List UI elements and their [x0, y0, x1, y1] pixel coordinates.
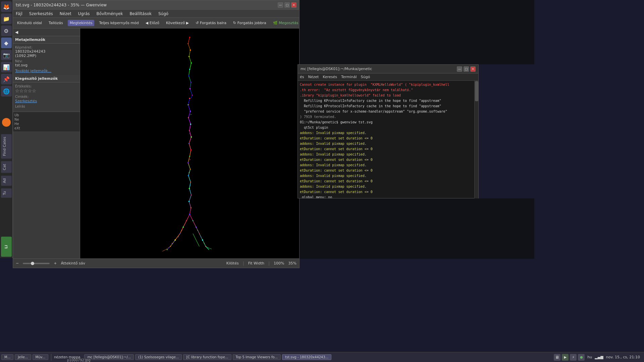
find-cates-panel[interactable]: Find Cates [1, 134, 12, 159]
terminal-scrollbar[interactable] [474, 81, 478, 199]
tray-icon-1[interactable]: 🖥 [554, 354, 560, 361]
toolbar-browse[interactable]: Tallózás [47, 20, 65, 26]
term-line-18: addons: Invalid pixmap specified. [300, 173, 476, 179]
terminal-window: mc [fellegis@DSK01]:~/Munka/genetic — □ … [298, 64, 479, 198]
toolbar-rotate-right[interactable]: ↻ Forgatás jobbra [231, 20, 268, 26]
dock-icon-firefox[interactable]: 🦊 [1, 1, 12, 12]
menu-sugo[interactable]: Súgó [157, 11, 170, 17]
svg-point-8 [190, 88, 191, 89]
terminal-minimize[interactable]: — [457, 66, 462, 72]
svg-point-22 [188, 175, 189, 176]
svg-point-14 [190, 123, 191, 125]
term-line-15: etDuration: cannot set duration <= 0 [300, 157, 476, 163]
ad-panel[interactable]: Ad [1, 176, 12, 186]
close-button[interactable]: ✕ [291, 2, 297, 8]
taskbar-btn-mc[interactable]: mc [fellegis@DSK01]:~/... [84, 354, 134, 360]
svg-point-3 [189, 56, 190, 57]
description-label: Leírás [15, 105, 78, 108]
term-menu-kereses[interactable]: Keresés [323, 75, 337, 79]
svg-point-44 [189, 172, 190, 173]
terminal-scrollbar-thumb[interactable] [475, 81, 478, 101]
fit-page-btn[interactable]: Kilötés [226, 261, 239, 265]
tray-icon-2[interactable]: ▶ [562, 354, 569, 361]
taskbar-btn-top5[interactable]: Top 5 Image Viewers fo... [233, 354, 281, 360]
svg-point-9 [192, 95, 193, 96]
taskbar-btn-clib[interactable]: [C library function fope... [183, 354, 231, 360]
dock-icon-pin[interactable]: 📌 [1, 74, 12, 84]
minimize-button[interactable]: — [278, 2, 283, 8]
svg-point-31 [179, 233, 180, 234]
green-panel[interactable]: Li [1, 237, 12, 257]
dock-icon-network[interactable]: 🌐 [1, 86, 12, 97]
terminal-titlebar: mc [fellegis@DSK01]:~/Munka/genetic — □ … [298, 65, 478, 73]
svg-point-13 [188, 117, 189, 118]
gwenview-menubar: Fájl Szerkesztés Nézet Ugrás Bővítmények… [13, 10, 299, 18]
term-menu-es[interactable]: és [300, 75, 304, 79]
taskbar-btn-jelle[interactable]: Jelle... [15, 354, 31, 360]
dock-icon-blue[interactable]: ◆ [1, 38, 12, 48]
term-menu-terminal[interactable]: Terminál [341, 75, 357, 79]
taskbar-btn-muv[interactable]: Müv... [33, 354, 49, 360]
green-panel-label: Li [4, 245, 8, 249]
maximize-button[interactable]: □ [284, 2, 290, 8]
terminal-controls: — □ ✕ [457, 66, 476, 72]
svg-point-49 [198, 230, 198, 231]
zoom-slider[interactable] [23, 263, 50, 264]
desktop-top-right [300, 0, 534, 64]
gwenview-toolbar: Kiinduló oldal Tallózás Megtekintés Telj… [13, 18, 299, 28]
taskbar-btn-szels[interactable]: (1) Szelsoseges vilage... [135, 354, 182, 360]
fit-width-btn[interactable]: Fit Width [248, 261, 264, 265]
tray-lang: hu [587, 355, 592, 359]
rating-stars[interactable]: ☆☆☆☆☆ [15, 88, 78, 94]
thumbnail-labels: Ub Ne He eXt [14, 113, 78, 130]
tags-row: Cimkék: Szerkesztés [15, 95, 78, 103]
term-menu-nezet[interactable]: Nézet [308, 75, 319, 79]
menu-nezet[interactable]: Nézet [58, 11, 73, 17]
cat-panel[interactable]: Cat [1, 161, 12, 173]
taskbar-btn-tst[interactable]: tst.svg - 180320x44243... [282, 354, 331, 360]
toolbar-fullscreen[interactable]: Teljes képernyős mód [97, 20, 141, 26]
more-properties-link[interactable]: További jellemzők... [15, 69, 78, 73]
genetic-svg-image [80, 28, 299, 258]
gwenview-statusbar: − + Áttekintő sáv Kilötés | Fit Width | … [13, 258, 299, 268]
dock-icon-camera[interactable]: 📷 [1, 50, 12, 60]
orange-dot-icon[interactable] [2, 118, 11, 127]
menu-fajl[interactable]: Fájl [14, 11, 24, 17]
tags-edit-link[interactable]: Szerkesztés [15, 99, 37, 103]
menu-bovitmenyek[interactable]: Bővítmények [95, 11, 124, 17]
toolbar-home[interactable]: Kiinduló oldal [15, 20, 44, 26]
terminal-content: Cannot create instance for plugin "KXMLH… [298, 81, 478, 198]
meta-panel-header[interactable]: Metajellemzők [13, 36, 80, 44]
sidebar-back-button[interactable]: ◀ [13, 28, 80, 36]
svg-point-20 [187, 162, 189, 164]
tu-panel[interactable]: Tu [1, 188, 12, 198]
terminal-close[interactable]: ✕ [470, 66, 476, 72]
zoom-level-display: 35% [288, 261, 297, 265]
menu-szerkesztes[interactable]: Szerkesztés [28, 11, 54, 17]
image-size-value: 180320x244243(1092.2MP) [15, 49, 78, 58]
zoom-100-btn[interactable]: 100% [274, 261, 284, 265]
dock-icon-chart[interactable]: 📊 [1, 62, 12, 72]
gwenview-title: tst.svg - 180320x244243 - 35% — Gwenview [16, 3, 107, 7]
tray-icon-4[interactable]: ● [578, 354, 585, 361]
toolbar-prev[interactable]: ◀ Előző [144, 20, 161, 26]
taskbar-btn-m[interactable]: M... [1, 354, 13, 360]
term-menu-sugo[interactable]: Súgó [361, 75, 370, 79]
zoom-in-btn[interactable]: + [54, 261, 57, 265]
tray-icon-3[interactable]: ⚡ [570, 354, 577, 361]
menu-ugras[interactable]: Ugrás [77, 11, 91, 17]
toolbar-share[interactable]: 🌿 Megosztás ▾ [271, 20, 304, 26]
toolbar-next[interactable]: Következő ▶ [164, 20, 191, 26]
dock-icon-settings[interactable]: ⚙ [1, 25, 12, 36]
side-dock: 🦊 📁 ⚙ ◆ 📷 📊 📌 🌐 Find Cates Cat Ad Tu Li [0, 0, 13, 258]
dock-icon-files[interactable]: 📁 [1, 13, 12, 24]
overview-btn[interactable]: Áttekintő sáv [61, 261, 85, 265]
toolbar-rotate-left[interactable]: ↺ Forgatás balra [194, 20, 228, 26]
terminal-maximize[interactable]: □ [464, 66, 469, 72]
zoom-out-btn[interactable]: − [16, 261, 19, 265]
menu-beallitasok[interactable]: Beállítások [128, 11, 153, 17]
term-line-5: Refilling KProtocolInfoFactory cache in … [300, 104, 476, 109]
status-sep2: | [268, 261, 270, 266]
extra-panel-header[interactable]: Kiegészítő jellemzők [13, 75, 80, 82]
toolbar-view[interactable]: Megtekintés [68, 20, 95, 26]
